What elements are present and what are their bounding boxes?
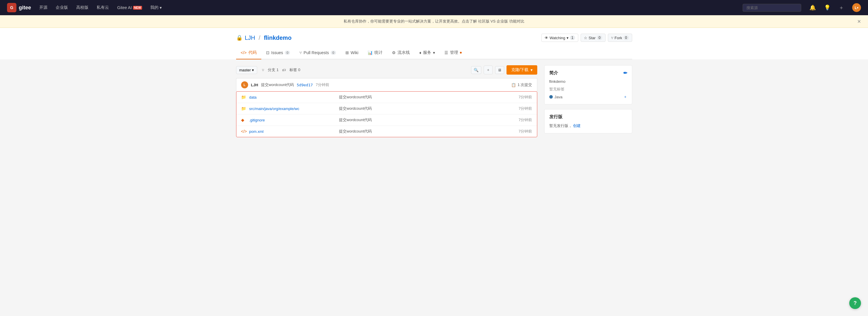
- release-text: 暂无发行版， 创建: [549, 123, 627, 129]
- banner-text: 私有仓库协作，你可能需要更专业的一站式解决方案，让开发更高效。点击了解 社区版 …: [344, 19, 524, 24]
- branch-icon: ⑂: [262, 68, 264, 72]
- star-count: 0: [597, 35, 602, 40]
- file-time-src: 7分钟前: [519, 106, 532, 111]
- tab-pipeline[interactable]: ⚙ 流水线: [387, 46, 414, 59]
- branches-count[interactable]: 分支 1: [268, 67, 279, 73]
- tab-wiki[interactable]: ⊞ Wiki: [341, 46, 363, 59]
- promo-banner: 私有仓库协作，你可能需要更专业的一站式解决方案，让开发更高效。点击了解 社区版 …: [0, 15, 868, 28]
- repo-description: flinkdemo: [549, 79, 627, 84]
- tags-placeholder: 暂无标签: [549, 86, 627, 92]
- commit-count[interactable]: 📋 1 次提交: [511, 82, 532, 87]
- nav-gitee-ai[interactable]: Gitee AI NEW: [117, 5, 142, 10]
- release-title: 发行版: [549, 114, 627, 120]
- banner-close-button[interactable]: ✕: [857, 19, 861, 24]
- commit-info-bar: L LJH 提交wordcount代码 5d9ed17 7分钟前 📋 1 次提交: [236, 78, 537, 91]
- star-icon: ☆: [584, 36, 587, 40]
- tab-pull-requests[interactable]: ⑂ Pull Requests 0: [295, 46, 341, 59]
- wiki-icon: ⊞: [345, 50, 349, 55]
- history-icon: 📋: [511, 83, 516, 87]
- file-time-data: 7分钟前: [519, 95, 532, 100]
- folder-icon: 📁: [241, 95, 247, 100]
- nav-university[interactable]: 高校版: [76, 5, 89, 10]
- nav-open-source[interactable]: 开源: [39, 5, 48, 10]
- commit-author-name[interactable]: LJH: [251, 83, 258, 87]
- repo-tabs: </> 代码 ⊡ Issues 0 ⑂ Pull Requests 0 ⊞ Wi…: [236, 46, 632, 59]
- repo-content: master ▾ ⑂ 分支 1 🏷 标签 0 🔍 ＋ 🖥: [236, 65, 537, 138]
- file-list: 📁 data 提交wordcount代码 7分钟前 📁 src/main/jav…: [236, 91, 537, 137]
- tag-icon: 🏷: [282, 68, 286, 72]
- sidebar-intro: 简介 ✏ flinkdemo 暂无标签 Java ＋: [544, 65, 632, 104]
- file-name-src[interactable]: src/main/java/org/example/wc: [249, 106, 339, 111]
- issues-icon: ⊡: [266, 50, 270, 55]
- code-icon: </>: [241, 50, 247, 55]
- file-name-gitignore[interactable]: .gitignore: [249, 118, 339, 122]
- file-name-pom[interactable]: pom.xml: [249, 129, 339, 134]
- branch-bar: master ▾ ⑂ 分支 1 🏷 标签 0 🔍 ＋ 🖥: [236, 65, 537, 75]
- folder-icon: 📁: [241, 106, 247, 111]
- bulb-icon[interactable]: 💡: [824, 4, 831, 11]
- tab-issues[interactable]: ⊡ Issues 0: [261, 46, 295, 59]
- navbar: G gitee 开源 企业版 高校版 私有云 Gitee AI NEW 我的 ▾…: [0, 0, 868, 15]
- search-input[interactable]: [743, 4, 801, 12]
- nav-mine[interactable]: 我的 ▾: [150, 5, 162, 10]
- branch-info: ⑂ 分支 1 🏷 标签 0: [262, 67, 300, 73]
- star-button[interactable]: ☆ Star 0: [581, 34, 606, 42]
- pr-badge: 0: [331, 50, 336, 55]
- table-row: </> pom.xml 提交wordcount代码 7分钟前: [237, 126, 537, 137]
- table-row: ◆ .gitignore 提交wordcount代码 7分钟前: [237, 114, 537, 126]
- table-row: 📁 data 提交wordcount代码 7分钟前: [237, 92, 537, 103]
- language-tag: Java ＋: [549, 94, 627, 100]
- tab-stats[interactable]: 📊 统计: [363, 46, 387, 59]
- issues-badge: 0: [285, 50, 290, 55]
- intro-title: 简介 ✏: [549, 70, 627, 76]
- eye-icon: 👁: [545, 36, 548, 40]
- site-name: gitee: [19, 5, 31, 11]
- pom-icon: </>: [241, 129, 247, 134]
- manage-icon: ☰: [444, 50, 448, 55]
- pr-icon: ⑂: [300, 50, 302, 55]
- file-commit-data: 提交wordcount代码: [339, 95, 519, 100]
- create-release-link[interactable]: 创建: [573, 124, 581, 128]
- file-commit-gitignore: 提交wordcount代码: [339, 117, 519, 122]
- fork-button[interactable]: ⑂ Fork 0: [608, 34, 632, 42]
- commit-author-avatar: L: [241, 81, 248, 89]
- edit-intro-button[interactable]: ✏: [623, 70, 627, 76]
- sidebar-release: 发行版 暂无发行版， 创建: [544, 109, 632, 133]
- repo-header: 🔒 LJH / flinkdemo 👁 Watching ▾ 1 ☆ Star …: [236, 28, 632, 46]
- commit-message: 提交wordcount代码: [261, 82, 294, 87]
- tab-services[interactable]: ♦ 服务 ▾: [414, 46, 440, 59]
- tab-code[interactable]: </> 代码: [236, 46, 261, 59]
- branch-right: 🔍 ＋ 🖥 克隆/下载 ▾: [471, 65, 537, 75]
- repo-title: 🔒 LJH / flinkdemo: [236, 35, 292, 41]
- clone-download-button[interactable]: 克隆/下载 ▾: [506, 65, 537, 75]
- file-name-data[interactable]: data: [249, 95, 339, 100]
- watching-count: 1: [570, 35, 575, 40]
- add-tag-button[interactable]: ＋: [623, 94, 627, 100]
- commit-time: 7分钟前: [316, 82, 329, 87]
- user-avatar[interactable]: L ▾: [852, 3, 861, 12]
- stats-icon: 📊: [368, 50, 373, 55]
- tab-manage[interactable]: ☰ 管理: [440, 46, 466, 59]
- watching-button[interactable]: 👁 Watching ▾ 1: [541, 34, 578, 42]
- commit-hash[interactable]: 5d9ed17: [297, 83, 313, 87]
- file-time-pom: 7分钟前: [519, 129, 532, 134]
- add-file-button[interactable]: ＋: [484, 66, 493, 74]
- java-lang-dot: [549, 95, 553, 99]
- repo-actions: 👁 Watching ▾ 1 ☆ Star 0 ⑂ Fork 0: [541, 34, 632, 42]
- repo-owner-link[interactable]: LJH: [245, 35, 255, 41]
- site-logo[interactable]: G gitee: [7, 3, 31, 12]
- add-icon[interactable]: ＋: [839, 4, 844, 11]
- branch-selector[interactable]: master ▾: [236, 66, 257, 74]
- lock-icon: 🔒: [236, 35, 243, 41]
- search-button[interactable]: 🔍: [471, 66, 481, 74]
- monitor-button[interactable]: 🖥: [495, 66, 504, 74]
- branch-left: master ▾ ⑂ 分支 1 🏷 标签 0: [236, 66, 300, 74]
- tags-count[interactable]: 标签 0: [289, 67, 300, 73]
- nav-enterprise[interactable]: 企业版: [56, 5, 68, 10]
- file-commit-pom: 提交wordcount代码: [339, 129, 519, 134]
- notification-icon[interactable]: 🔔: [809, 4, 816, 11]
- nav-private-cloud[interactable]: 私有云: [97, 5, 109, 10]
- table-row: 📁 src/main/java/org/example/wc 提交wordcou…: [237, 103, 537, 114]
- new-badge: NEW: [133, 6, 142, 10]
- repo-name-link[interactable]: flinkdemo: [264, 35, 291, 41]
